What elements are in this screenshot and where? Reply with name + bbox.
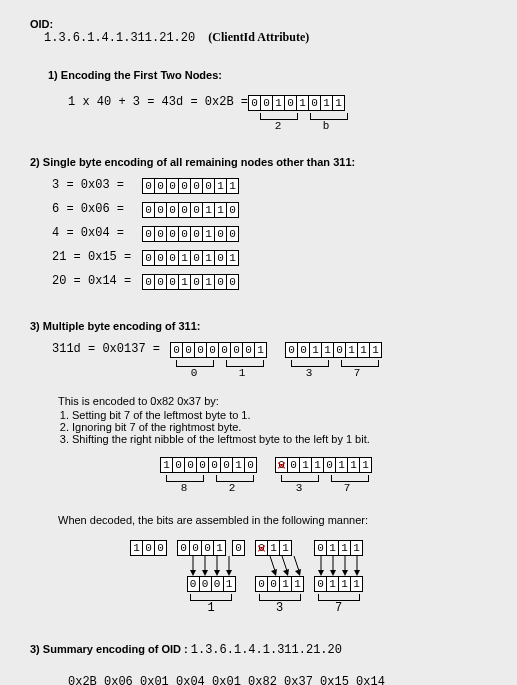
nibble-label: 3 [281, 482, 317, 494]
decode-col1: 100 [130, 540, 167, 556]
bit-cell: 0 [219, 343, 231, 357]
nibble-label: 3 [291, 367, 327, 379]
page: OID: 1.3.6.1.4.1.311.21.20 (ClientId Att… [0, 0, 517, 685]
svg-marker-13 [295, 569, 301, 576]
bit-cell: 0 [215, 275, 227, 289]
bit-cell: 0 [324, 458, 336, 472]
bit-cell: 0 [155, 227, 167, 241]
sec1-head: 1) Encoding the First Two Nodes: [48, 69, 507, 81]
bit-cell: 0 [155, 179, 167, 193]
sec3-expr: 311d = 0x0137 = [52, 342, 170, 356]
bit-cell: 1 [333, 96, 344, 110]
bit-cell: 1 [370, 343, 381, 357]
byte-box: 00000011 [142, 178, 239, 194]
expr: 6 = 0x06 = [52, 202, 142, 216]
bit-cell: 1 [346, 343, 358, 357]
nibble-label: 7 [329, 482, 365, 494]
decode-diagram: 100 0001 0 0001 1 011 0011 [130, 540, 507, 615]
bit-cell: 0 [143, 251, 155, 265]
bit-cell: 0 [188, 577, 200, 591]
bit-cell: 1 [360, 458, 371, 472]
bit-cell: 1 [273, 96, 285, 110]
bit-cell: 0 [227, 203, 238, 217]
bit-cell: 0 [195, 343, 207, 357]
bit-cell: 0 [227, 227, 238, 241]
bit-cell: 0 [190, 541, 202, 555]
nibble-label: 2 [260, 120, 296, 132]
byte-box: 10000010 [160, 457, 257, 473]
bit-cell: 0 [286, 343, 298, 357]
byte-box: 00101011 [248, 95, 345, 111]
bit-cell: 1 [312, 458, 324, 472]
decode-col2: 0001 0 0001 1 [177, 540, 245, 615]
bit-cell: 0 [334, 343, 346, 357]
byte-box: 00010100 [142, 274, 239, 290]
bit-cell: 0 [209, 458, 221, 472]
byte-box: 0001 [177, 540, 226, 556]
byte-box: 00110111 [285, 342, 382, 358]
byte-col: 00000001 01 [170, 342, 267, 379]
bit-cell: 1 [339, 541, 351, 555]
sec2-row: 21 = 0x15 =00010101 [52, 250, 507, 266]
sec2-row: 3 = 0x03 =00000011 [52, 178, 507, 194]
byte-box: 100 [130, 540, 167, 556]
nibble-label: 2 [214, 482, 250, 494]
bit-cell: 0 [143, 541, 155, 555]
sec1-bits: 00101011 [248, 95, 348, 111]
bit-cell: 0 [143, 227, 155, 241]
bit-cell: 1 [351, 577, 362, 591]
byte-box: 00110111 [275, 457, 372, 473]
bit-cell: 0 [309, 96, 321, 110]
bit-cell: 0 [245, 458, 256, 472]
svg-line-12 [294, 556, 299, 571]
decode-col3: 011 0011 3 [255, 540, 304, 615]
bit-cell: 1 [300, 458, 312, 472]
bit-cell: 0 [191, 227, 203, 241]
bit-cell: 1 [351, 541, 362, 555]
bit-cell: 0 [191, 179, 203, 193]
bit-cell: 1 [310, 343, 322, 357]
oid-value: 1.3.6.1.4.1.311.21.20 [44, 31, 195, 45]
byte-col: 00110111 37 [275, 457, 372, 494]
sec1-brackets [248, 111, 348, 120]
svg-marker-9 [271, 569, 277, 576]
sec2-row: 20 = 0x14 =00010100 [52, 274, 507, 290]
byte-box: 0111 [314, 540, 363, 556]
byte-box: 00000001 [170, 342, 267, 358]
bit-cell: 0 [155, 275, 167, 289]
bit-cell: 0 [191, 251, 203, 265]
oid-attr: (ClientId Attribute) [208, 30, 309, 44]
decode-text: When decoded, the bits are assembled in … [58, 514, 507, 526]
byte-box: 00010101 [142, 250, 239, 266]
bit-cell: 1 [227, 251, 238, 265]
sec4-head: 3) Summary encoding of OID : 1.3.6.1.4.1… [30, 643, 507, 657]
bit-cell: 1 [179, 251, 191, 265]
note-head: This is encoded to 0x82 0x37 by: [58, 395, 507, 407]
nibble-label: 0 [176, 367, 212, 379]
byte-box: 011 [255, 540, 292, 556]
bit-cell: 1 [215, 179, 227, 193]
bit-cell: 0 [171, 343, 183, 357]
bit-cell: 0 [185, 458, 197, 472]
bit-cell: 0 [167, 251, 179, 265]
bit-cell: 0 [249, 96, 261, 110]
bit-cell: 1 [255, 343, 266, 357]
bit-cell: 1 [280, 577, 292, 591]
bit-cell: 0 [183, 343, 195, 357]
bit-cell: 1 [339, 577, 351, 591]
bit-cell: 0 [315, 577, 327, 591]
summary-bytes: 0x2B 0x06 0x01 0x04 0x01 0x82 0x37 0x15 … [68, 675, 507, 685]
bit-cell: 0 [298, 343, 310, 357]
byte-box: 00000110 [142, 202, 239, 218]
bit-cell: 0 [179, 203, 191, 217]
bit-cell: 0 [203, 179, 215, 193]
expr: 21 = 0x15 = [52, 250, 142, 264]
expr: 20 = 0x14 = [52, 274, 142, 288]
bit-cell: 0 [143, 203, 155, 217]
arrows-icon [187, 556, 235, 576]
nibble-label: 7 [339, 367, 375, 379]
nibble-label: 1 [224, 367, 260, 379]
sec2-row: 4 = 0x04 =00000100 [52, 226, 507, 242]
bit-cell: 0 [315, 541, 327, 555]
bit-cell: 1 [336, 458, 348, 472]
